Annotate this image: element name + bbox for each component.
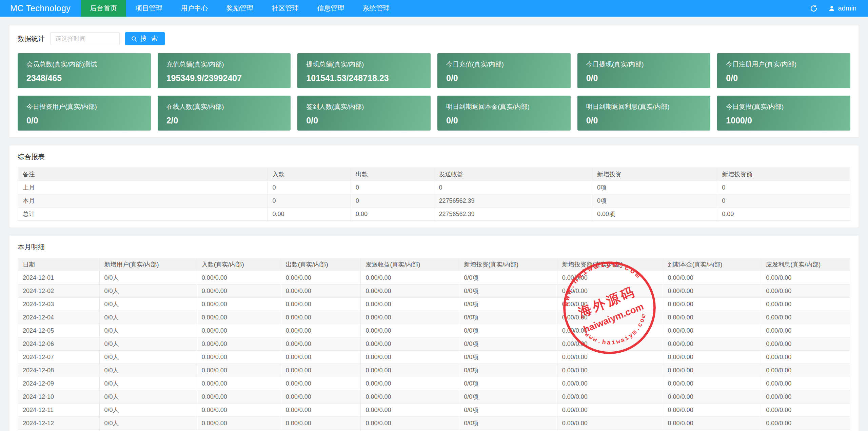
table-cell: 0.00/0.00 xyxy=(663,324,761,337)
nav-item-2[interactable]: 用户中心 xyxy=(172,0,217,17)
search-button[interactable]: 搜 索 xyxy=(125,32,165,45)
stat-card-value: 0/0 xyxy=(446,73,562,83)
table-cell: 0/0项 xyxy=(459,324,557,337)
table-cell: 0.00/0.00 xyxy=(663,377,761,390)
table-cell: 0.00/0.00 xyxy=(361,311,459,324)
month-detail-panel: 本月明细 日期新增用户(真实/内部)入款(真实/内部)出款(真实/内部)发送收益… xyxy=(9,236,859,431)
table-cell: 0.00/0.00 xyxy=(361,404,459,417)
table-cell: 0.00/0.00 xyxy=(663,390,761,404)
table-cell: 0.00/0.00 xyxy=(761,337,850,351)
table-cell: 0.00/0.00 xyxy=(197,271,281,285)
table-cell: 0.00/0.00 xyxy=(557,364,663,377)
summary-report-table: 备注入款出款发送收益新增投资新增投资额 上月0000项0本月0022756562… xyxy=(18,168,850,221)
table-cell: 0 xyxy=(717,181,850,194)
table-cell: 0/0项 xyxy=(459,298,557,311)
stat-card-0: 会员总数(真实/内部)测试2348/465 xyxy=(18,53,151,88)
table-cell: 0.00项 xyxy=(592,208,717,221)
stat-card-value: 0/0 xyxy=(726,73,842,83)
table-cell: 0.00/0.00 xyxy=(557,298,663,311)
nav-item-6[interactable]: 系统管理 xyxy=(353,0,399,17)
stat-card-title: 会员总数(真实/内部)测试 xyxy=(26,60,142,69)
admin-user[interactable]: admin xyxy=(828,4,856,12)
table-cell: 2024-12-10 xyxy=(18,390,100,404)
table-row: 2024-12-120/0人0.00/0.000.00/0.000.00/0.0… xyxy=(18,417,850,430)
table-cell: 0 xyxy=(434,181,592,194)
refresh-icon[interactable] xyxy=(810,4,818,13)
table-cell: 0/0人 xyxy=(99,271,197,285)
column-header: 新增投资额 xyxy=(717,168,850,181)
table-cell: 0/0人 xyxy=(99,351,197,364)
table-cell: 22756562.39 xyxy=(434,208,592,221)
table-cell: 0/0项 xyxy=(459,430,557,431)
table-cell: 0.00/0.00 xyxy=(281,285,361,298)
stat-card-value: 2/0 xyxy=(166,116,282,125)
table-cell: 上月 xyxy=(18,181,268,194)
table-cell: 0.00/0.00 xyxy=(557,351,663,364)
summary-report-panel: 综合报表 备注入款出款发送收益新增投资新增投资额 上月0000项0本月00227… xyxy=(9,145,859,228)
table-cell: 0.00/0.00 xyxy=(281,364,361,377)
table-cell: 2024-12-06 xyxy=(18,337,100,351)
stat-card-value: 0/0 xyxy=(306,116,422,125)
stat-card-title: 今日充值(真实/内部) xyxy=(446,60,562,69)
column-header: 出款 xyxy=(351,168,434,181)
stat-card-11: 今日复投(真实/内部)1000/0 xyxy=(717,96,850,131)
column-header: 入款(真实/内部) xyxy=(197,258,281,271)
table-cell: 0/0人 xyxy=(99,364,197,377)
date-range-input[interactable] xyxy=(50,32,120,45)
summary-report-title: 综合报表 xyxy=(18,152,850,161)
table-cell: 0.00/0.00 xyxy=(281,377,361,390)
stat-card-6: 今日投资用户(真实/内部)0/0 xyxy=(18,96,151,131)
table-row: 2024-12-100/0人0.00/0.000.00/0.000.00/0.0… xyxy=(18,390,850,404)
table-cell: 0.00/0.00 xyxy=(197,337,281,351)
table-cell: 2024-12-05 xyxy=(18,324,100,337)
table-cell: 0/0项 xyxy=(459,390,557,404)
table-cell: 0.00/0.00 xyxy=(761,351,850,364)
table-cell: 0.00 xyxy=(351,208,434,221)
table-cell: 0/0人 xyxy=(99,324,197,337)
table-cell: 2024-12-12 xyxy=(18,417,100,430)
table-cell: 0.00/0.00 xyxy=(557,324,663,337)
table-cell: 0/0人 xyxy=(99,404,197,417)
column-header: 出款(真实/内部) xyxy=(281,258,361,271)
table-cell: 0.00/0.00 xyxy=(281,311,361,324)
table-cell: 2024-12-01 xyxy=(18,271,100,285)
table-cell: 2024-12-09 xyxy=(18,377,100,390)
column-header: 新增投资(真实/内部) xyxy=(459,258,557,271)
nav-item-0[interactable]: 后台首页 xyxy=(81,0,126,17)
table-cell: 0/0人 xyxy=(99,390,197,404)
table-cell: 0/0人 xyxy=(99,377,197,390)
stat-card-title: 签到人数(真实/内部) xyxy=(306,102,422,111)
brand-logo[interactable]: MC Technology xyxy=(0,0,81,17)
nav-item-4[interactable]: 社区管理 xyxy=(262,0,308,17)
nav-item-3[interactable]: 奖励管理 xyxy=(217,0,262,17)
table-row: 2024-12-110/0人0.00/0.000.00/0.000.00/0.0… xyxy=(18,404,850,417)
table-cell: 0.00/0.00 xyxy=(281,430,361,431)
main-content: 数据统计 搜 索 会员总数(真实/内部)测试2348/465充值总额(真实/内部… xyxy=(0,17,868,431)
table-cell: 0/0项 xyxy=(459,417,557,430)
stat-card-4: 今日提现(真实/内部)0/0 xyxy=(577,53,711,88)
table-row: 2024-12-030/0人0.00/0.000.00/0.000.00/0.0… xyxy=(18,298,850,311)
table-row: 2024-12-040/0人0.00/0.000.00/0.000.00/0.0… xyxy=(18,311,850,324)
table-cell: 0.00/0.00 xyxy=(361,337,459,351)
table-cell: 0/0人 xyxy=(99,311,197,324)
navbar-right: admin xyxy=(810,0,868,17)
column-header: 发送收益(真实/内部) xyxy=(361,258,459,271)
table-cell: 0/0项 xyxy=(459,351,557,364)
table-cell: 0/0人 xyxy=(99,337,197,351)
table-cell: 0.00/0.00 xyxy=(281,298,361,311)
table-cell: 0 xyxy=(351,194,434,208)
table-cell: 0.00/0.00 xyxy=(663,364,761,377)
table-cell: 0.00/0.00 xyxy=(197,324,281,337)
nav-item-5[interactable]: 信息管理 xyxy=(308,0,353,17)
user-icon xyxy=(828,5,835,12)
table-cell: 0.00/0.00 xyxy=(361,377,459,390)
table-cell: 0.00/0.00 xyxy=(663,285,761,298)
table-cell: 0.00/0.00 xyxy=(663,298,761,311)
stat-card-title: 明日到期返回本金(真实/内部) xyxy=(446,102,562,111)
table-cell: 0.00/0.00 xyxy=(761,390,850,404)
stat-card-10: 明日到期返回利息(真实/内部)0/0 xyxy=(577,96,711,131)
stat-card-1: 充值总额(真实/内部)195349.9/23992407 xyxy=(158,53,291,88)
nav-item-1[interactable]: 项目管理 xyxy=(126,0,172,17)
month-detail-table: 日期新增用户(真实/内部)入款(真实/内部)出款(真实/内部)发送收益(真实/内… xyxy=(18,258,850,431)
top-navbar: MC Technology 后台首页项目管理用户中心奖励管理社区管理信息管理系统… xyxy=(0,0,868,17)
